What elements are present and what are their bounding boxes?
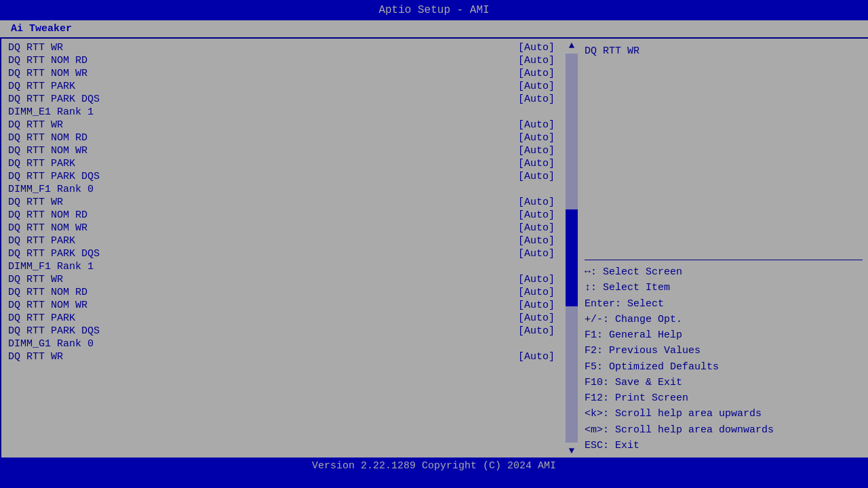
shortcut-row: F10: Save & Exit <box>585 375 863 390</box>
menu-row[interactable]: DQ RTT WR[Auto] <box>8 41 571 54</box>
menu-row[interactable]: DQ RTT PARK[Auto] <box>8 80 571 93</box>
shortcut-row: F2: Previous Values <box>585 343 863 359</box>
menu-item-label: DQ RTT NOM WR <box>8 222 87 234</box>
footer-text: Version 2.22.1289 Copyright (C) 2024 AMI <box>312 460 556 472</box>
scroll-track <box>566 54 578 443</box>
left-panel: DQ RTT WR[Auto]DQ RTT NOM RD[Auto]DQ RTT… <box>1 39 578 458</box>
help-title: DQ RTT WR <box>585 45 639 57</box>
menu-item-label: DQ RTT NOM WR <box>8 145 87 157</box>
help-text: DQ RTT WR <box>585 43 863 256</box>
menu-item-value: [Auto] <box>518 81 571 92</box>
main-content: DQ RTT WR[Auto]DQ RTT NOM RD[Auto]DQ RTT… <box>1 39 867 458</box>
menu-item-value: [Auto] <box>518 287 571 298</box>
menu-item-value: [Auto] <box>518 42 571 54</box>
shortcut-key: <k>: Scroll help area upwards <box>585 408 762 420</box>
menu-item-label: DQ RTT PARK <box>8 235 75 247</box>
menu-item-value: [Auto] <box>518 171 571 182</box>
menu-item-label: DQ RTT NOM WR <box>8 300 87 311</box>
menu-row[interactable]: DQ RTT PARK[Auto] <box>8 312 571 325</box>
menu-item-label: DQ RTT WR <box>8 197 63 208</box>
shortcut-row: <m>: Scroll help area downwards <box>585 422 863 438</box>
menu-item-label: DQ RTT PARK <box>8 158 75 169</box>
menu-row[interactable]: DQ RTT PARK[Auto] <box>8 157 571 170</box>
menu-row: DIMM_F1 Rank 0 <box>8 183 571 196</box>
shortcut-row: Enter: Select <box>585 296 863 312</box>
shortcut-row: +/-: Change Opt. <box>585 312 863 327</box>
menu-item-label: DQ RTT PARK <box>8 312 75 324</box>
menu-item-label: DQ RTT PARK <box>8 81 75 92</box>
menu-row[interactable]: DQ RTT NOM WR[Auto] <box>8 144 571 157</box>
shortcut-key: Enter: Select <box>585 298 664 310</box>
menu-item-label: DIMM_F1 Rank 0 <box>8 184 94 195</box>
menu-item-label: DQ RTT PARK DQS <box>8 94 100 105</box>
menu-item-label: DQ RTT NOM RD <box>8 287 87 298</box>
menu-row[interactable]: DQ RTT NOM WR[Auto] <box>8 67 571 80</box>
menu-row[interactable]: DQ RTT NOM RD[Auto] <box>8 209 571 222</box>
shortcut-row: <k>: Scroll help area upwards <box>585 406 863 422</box>
tab-bar: Ai Tweaker <box>0 20 868 37</box>
menu-item-label: DQ RTT NOM RD <box>8 132 87 144</box>
shortcut-row: F12: Print Screen <box>585 390 863 406</box>
menu-row: DIMM_F1 Rank 1 <box>8 260 571 273</box>
menu-row: DIMM_G1 Rank 0 <box>8 338 571 350</box>
menu-item-value: [Auto] <box>518 209 571 221</box>
menu-row[interactable]: DQ RTT NOM WR[Auto] <box>8 222 571 235</box>
menu-row[interactable]: DQ RTT NOM RD[Auto] <box>8 286 571 299</box>
menu-item-label: DIMM_G1 Rank 0 <box>8 338 94 350</box>
menu-item-label: DQ RTT NOM RD <box>8 55 87 66</box>
menu-item-label: DQ RTT WR <box>8 274 63 285</box>
menu-row[interactable]: DQ RTT PARK DQS[Auto] <box>8 170 571 183</box>
menu-item-value: [Auto] <box>518 351 571 363</box>
menu-item-label: DQ RTT NOM RD <box>8 209 87 221</box>
main-border: DQ RTT WR[Auto]DQ RTT NOM RD[Auto]DQ RTT… <box>0 37 868 456</box>
shortcut-row: ↕: Select Item <box>585 280 863 296</box>
menu-item-label: DQ RTT PARK DQS <box>8 325 100 337</box>
menu-row[interactable]: DQ RTT NOM RD[Auto] <box>8 54 571 67</box>
menu-item-value: [Auto] <box>518 132 571 144</box>
shortcut-key: ESC: Exit <box>585 440 639 451</box>
menu-item-label: DQ RTT WR <box>8 42 63 54</box>
menu-item-value: [Auto] <box>518 94 571 105</box>
scroll-down-arrow[interactable]: ▼ <box>569 444 574 458</box>
menu-item-label: DIMM_E1 Rank 1 <box>8 106 94 118</box>
footer: Version 2.22.1289 Copyright (C) 2024 AMI <box>0 456 868 478</box>
menu-item-value: [Auto] <box>518 312 571 324</box>
menu-row: DIMM_E1 Rank 1 <box>8 106 571 119</box>
menu-item-value: [Auto] <box>518 55 571 66</box>
menu-row[interactable]: DQ RTT WR[Auto] <box>8 196 571 209</box>
shortcut-key: <m>: Scroll help area downwards <box>585 424 774 436</box>
menu-row[interactable]: DQ RTT WR[Auto] <box>8 119 571 131</box>
shortcut-key: F1: General Help <box>585 329 682 341</box>
menu-item-value: [Auto] <box>518 119 571 131</box>
menu-row[interactable]: DQ RTT NOM RD[Auto] <box>8 131 571 144</box>
menu-item-value: [Auto] <box>518 158 571 169</box>
shortcut-key: F2: Previous Values <box>585 345 701 357</box>
menu-item-value: [Auto] <box>518 222 571 234</box>
menu-item-label: DQ RTT NOM WR <box>8 68 87 79</box>
menu-row[interactable]: DQ RTT PARK DQS[Auto] <box>8 93 571 106</box>
menu-item-label: DIMM_F1 Rank 1 <box>8 261 94 272</box>
menu-row[interactable]: DQ RTT WR[Auto] <box>8 273 571 286</box>
right-panel: DQ RTT WR ↔: Select Screen↕: Select Item… <box>578 39 868 458</box>
shortcut-row: F1: General Help <box>585 327 863 343</box>
menu-list: DQ RTT WR[Auto]DQ RTT NOM RD[Auto]DQ RTT… <box>1 39 578 458</box>
shortcut-key: ↕: Select Item <box>585 282 670 293</box>
tab-ai-tweaker[interactable]: Ai Tweaker <box>0 20 83 37</box>
menu-item-value: [Auto] <box>518 248 571 260</box>
menu-item-value: [Auto] <box>518 300 571 311</box>
menu-row[interactable]: DQ RTT PARK[Auto] <box>8 235 571 247</box>
menu-item-value: [Auto] <box>518 197 571 208</box>
menu-row[interactable]: DQ RTT NOM WR[Auto] <box>8 299 571 312</box>
menu-item-value: [Auto] <box>518 145 571 157</box>
menu-row[interactable]: DQ RTT PARK DQS[Auto] <box>8 325 571 338</box>
menu-row[interactable]: DQ RTT PARK DQS[Auto] <box>8 247 571 260</box>
shortcut-key: ↔: Select Screen <box>585 266 682 278</box>
menu-row[interactable]: DQ RTT WR[Auto] <box>8 350 571 363</box>
menu-item-label: DQ RTT WR <box>8 119 63 131</box>
header-title: Aptio Setup - AMI <box>378 4 489 16</box>
menu-item-label: DQ RTT WR <box>8 351 63 363</box>
scroll-up-arrow[interactable]: ▲ <box>569 39 574 52</box>
shortcut-key: F10: Save & Exit <box>585 377 682 388</box>
menu-item-value: [Auto] <box>518 235 571 247</box>
scroll-thumb <box>566 209 578 307</box>
